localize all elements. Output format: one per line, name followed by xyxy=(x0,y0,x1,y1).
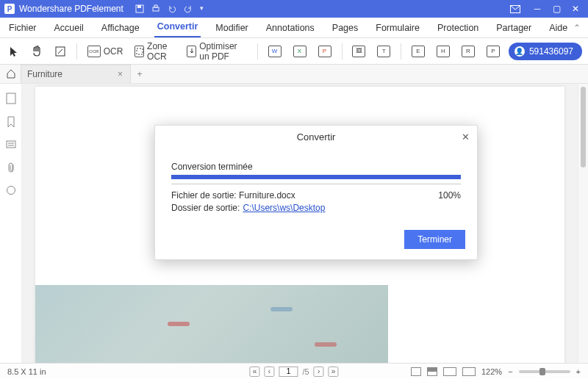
view-facing-continuous-icon[interactable] xyxy=(462,367,476,376)
to-pdfa-icon[interactable]: P xyxy=(484,43,503,59)
dialog-title-bar: Convertir ✕ xyxy=(155,126,477,148)
hand-tool[interactable] xyxy=(28,43,46,59)
app-title: Wondershare PDFelement xyxy=(19,4,123,14)
scrollbar-thumb[interactable] xyxy=(581,87,586,167)
select-tool[interactable] xyxy=(6,43,22,59)
zoom-in-button[interactable]: + xyxy=(576,367,581,376)
search-panel-icon[interactable] xyxy=(6,185,16,195)
menu-partager[interactable]: Partager xyxy=(493,18,534,37)
attachments-icon[interactable] xyxy=(7,162,15,173)
menu-convertir[interactable]: Convertir xyxy=(154,17,201,37)
minimize-button[interactable]: ─ xyxy=(529,4,545,14)
view-facing-icon[interactable] xyxy=(443,367,456,376)
zone-ocr-button[interactable]: Zone OCR xyxy=(132,39,178,64)
collapse-ribbon-icon[interactable]: ⌃ xyxy=(573,23,581,33)
page-number-input[interactable] xyxy=(279,367,298,377)
window-controls: ─ ▢ ✕ xyxy=(510,4,584,14)
page-total-label: /5 xyxy=(302,367,309,376)
maximize-button[interactable]: ▢ xyxy=(548,4,564,14)
avatar-icon: 👤 xyxy=(514,46,525,57)
svg-rect-3 xyxy=(154,5,157,7)
svg-rect-2 xyxy=(153,7,159,11)
last-page-button[interactable]: » xyxy=(329,367,339,377)
side-panel xyxy=(0,84,22,363)
output-file-row: Fichier de sortie: Furniture.docx 100% xyxy=(171,190,461,201)
svg-rect-1 xyxy=(137,5,141,8)
menu-protection[interactable]: Protection xyxy=(434,18,481,37)
home-tab-icon[interactable] xyxy=(6,68,16,79)
zoom-out-button[interactable]: − xyxy=(508,367,512,376)
thumbnails-icon[interactable] xyxy=(6,93,16,104)
page-navigator: « ‹ /5 › » xyxy=(249,367,338,377)
document-image-placeholder xyxy=(35,285,388,363)
to-rtf-icon[interactable]: R xyxy=(459,43,478,59)
view-continuous-icon[interactable] xyxy=(427,367,437,376)
next-page-button[interactable]: › xyxy=(314,367,324,377)
menubar: Fichier Accueil Affichage Convertir Modi… xyxy=(0,18,588,38)
menu-accueil[interactable]: Accueil xyxy=(51,18,87,37)
zoom-slider-handle[interactable] xyxy=(539,368,545,375)
output-folder-link[interactable]: C:\Users\ws\Desktop xyxy=(243,203,325,213)
svg-rect-7 xyxy=(7,93,15,104)
statusbar: 8.5 X 11 in « ‹ /5 › » 122% − + xyxy=(0,363,588,379)
dialog-title: Convertir xyxy=(297,131,336,142)
svg-rect-6 xyxy=(137,48,143,54)
document-tab[interactable]: Furniture × xyxy=(21,65,131,83)
comments-icon[interactable] xyxy=(6,140,16,150)
page-size-label: 8.5 X 11 in xyxy=(7,367,46,376)
menu-formulaire[interactable]: Formulaire xyxy=(373,18,423,37)
menu-fichier[interactable]: Fichier xyxy=(6,18,40,37)
output-file-name: Furniture.docx xyxy=(239,190,295,201)
dialog-close-icon[interactable]: ✕ xyxy=(462,131,470,142)
to-ppt-icon[interactable]: P xyxy=(315,43,334,59)
zoom-slider[interactable] xyxy=(519,370,570,373)
ocr-button[interactable]: OCROCR xyxy=(85,43,126,59)
qat-more-icon[interactable]: ▾ xyxy=(200,4,204,13)
close-tab-icon[interactable]: × xyxy=(116,69,124,79)
zoom-value: 122% xyxy=(481,367,502,376)
svg-point-11 xyxy=(7,187,15,195)
output-file-label: Fichier de sortie: xyxy=(171,190,237,201)
undo-icon[interactable] xyxy=(168,4,176,13)
document-tab-label: Furniture xyxy=(27,69,62,79)
vertical-scrollbar[interactable] xyxy=(578,84,588,363)
account-button[interactable]: 👤 591436097 xyxy=(509,43,582,60)
tabstrip: Furniture × + xyxy=(0,65,588,84)
to-image-icon[interactable]: 🖼 xyxy=(349,43,368,59)
finish-button[interactable]: Terminer xyxy=(404,230,465,249)
quick-access-toolbar: ▾ xyxy=(135,4,204,13)
app-logo: P xyxy=(4,4,15,14)
menu-annotations[interactable]: Annotations xyxy=(263,18,318,37)
titlebar: P Wondershare PDFelement ▾ ─ ▢ ✕ xyxy=(0,0,588,18)
convert-dialog: Convertir ✕ Conversion terminée Fichier … xyxy=(154,125,478,260)
prev-page-button[interactable]: ‹ xyxy=(264,367,274,377)
conversion-status: Conversion terminée xyxy=(171,162,461,172)
progress-bar xyxy=(171,175,461,179)
to-html-icon[interactable]: H xyxy=(434,43,453,59)
progress-percent: 100% xyxy=(438,190,461,201)
output-folder-row: Dossier de sortie: C:\Users\ws\Desktop xyxy=(171,203,461,213)
save-icon[interactable] xyxy=(135,4,144,13)
menu-affichage[interactable]: Affichage xyxy=(98,18,143,37)
account-id: 591436097 xyxy=(529,46,573,57)
menu-modifier[interactable]: Modifier xyxy=(212,18,251,37)
menu-pages[interactable]: Pages xyxy=(329,18,361,37)
toolbar: OCROCR Zone OCR Optimiser un PDF W X P 🖼… xyxy=(0,38,588,65)
output-folder-label: Dossier de sortie: xyxy=(171,203,240,213)
to-excel-icon[interactable]: X xyxy=(290,43,309,59)
edit-tool[interactable] xyxy=(51,43,69,59)
first-page-button[interactable]: « xyxy=(249,367,259,377)
redo-icon[interactable] xyxy=(184,4,193,13)
to-epub-icon[interactable]: E xyxy=(409,43,428,59)
svg-rect-8 xyxy=(7,141,15,148)
print-icon[interactable] xyxy=(151,4,160,13)
to-word-icon[interactable]: W xyxy=(265,43,284,59)
to-text-icon[interactable]: T xyxy=(374,43,393,59)
menu-aide[interactable]: Aide xyxy=(546,18,570,37)
bookmarks-icon[interactable] xyxy=(7,116,15,128)
add-tab-button[interactable]: + xyxy=(131,65,148,83)
close-button[interactable]: ✕ xyxy=(567,4,584,14)
optimize-pdf-button[interactable]: Optimiser un PDF xyxy=(184,39,249,64)
mail-icon[interactable] xyxy=(510,5,526,13)
view-single-icon[interactable] xyxy=(411,367,421,376)
